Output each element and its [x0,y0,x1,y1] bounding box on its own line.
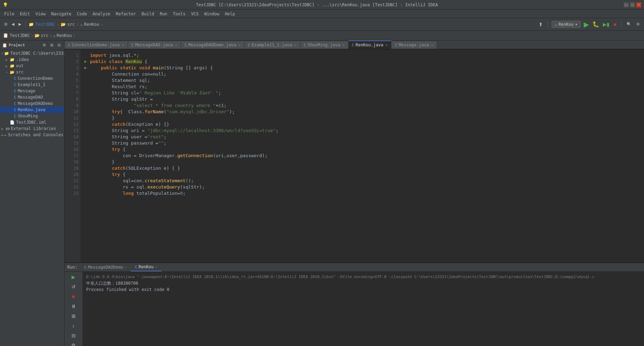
tab-message[interactable]: C Message.java × [391,41,437,49]
tab-close-connectiondemo[interactable]: × [122,43,124,47]
menu-view[interactable]: View [33,10,48,18]
search-everywhere-icon[interactable]: 🔍 [625,21,633,27]
run-label: Run: [65,263,80,271]
project-icon: 📁 [4,51,9,56]
breadcrumb-file[interactable]: RenKou [84,22,99,27]
sidebar-header: 📋 Project ⚙ ⊞ ⊟ [0,40,64,50]
tab-label-messagedao: MessageDAO.java [135,43,173,47]
menu-refactor[interactable]: Refactor [113,10,139,18]
run-side-fold-btn[interactable]: ⊟ [70,332,77,339]
code-content[interactable]: import java.sql.*; ▶ public class RenKou… [80,49,644,262]
run-side-settings-btn[interactable]: ⚙ [70,341,77,346]
tab-messagedao[interactable]: C MessageDAO.java × [128,41,181,49]
nav-src[interactable]: src [41,33,48,38]
sidebar-label-iml: TestJDBC.iml [16,120,46,125]
tab-shouming[interactable]: C ShouMing.java × [300,41,349,49]
settings-icon[interactable]: ⚙ [635,21,641,27]
sidebar-collapse-btn[interactable]: ⊟ [56,42,62,48]
bottom-tab-close-msgdaodemo[interactable]: × [125,266,127,269]
run-config-dropdown-icon: ▾ [575,22,577,27]
menu-file[interactable]: File [1,10,17,18]
stop-button[interactable]: ■ [612,21,618,28]
sidebar-item-renkou[interactable]: ▶ C RenKou.java [0,107,64,113]
maximize-button[interactable]: □ [630,2,635,7]
run-sidebar: ▶ ↺ ■ ⏸ ⊞ ↕ ⊟ ⚙ 🗑 [65,272,83,346]
sidebar-settings-btn[interactable]: ⚙ [41,42,47,48]
tab-close-messagedaodemo[interactable]: × [238,43,241,47]
menu-vcs[interactable]: VCS [188,10,202,18]
run-side-stop-btn[interactable]: ■ [71,293,76,300]
out-folder-icon: 📁 [10,64,15,68]
arrow-scratches: ▶ [1,133,3,137]
breadcrumb-project[interactable]: TestJDBC [35,22,55,27]
tab-label-message: Message.java [399,43,429,47]
bottom-tab-icon-renkou: C [135,265,137,269]
run-side-pause-btn[interactable]: ⏸ [70,302,77,310]
bottom-tab-renkou[interactable]: C RenKou × [131,263,161,271]
bottom-tab-close-renkou[interactable]: × [155,265,157,269]
breadcrumb-src[interactable]: src [67,22,75,27]
menu-analyze[interactable]: Analyze [90,10,113,18]
sidebar-item-testjdbc[interactable]: ▾ 📁 TestJDBC C:\Users\23321 [0,50,64,56]
sidebar-label-extlibs: External Libraries [11,126,56,131]
bottom-tab-messagedaodemo[interactable]: C MessageDAODemo × [80,263,131,271]
tab-close-shouming[interactable]: × [342,43,345,47]
tab-icon-connectiondemo: C [68,43,70,47]
sidebar-item-out[interactable]: ▶ 📁 out [0,63,64,69]
code-text-5: Statement sql; [90,77,150,84]
menu-edit[interactable]: Edit [17,10,33,18]
toolbar-db-icon[interactable]: ⊞ [3,21,9,27]
debug-button[interactable]: 🐛 [592,20,600,28]
run-with-coverage-button[interactable]: ▶▮ [602,21,610,28]
menu-run[interactable]: Run [157,10,170,18]
tab-messagedaodemo[interactable]: C MessageDAODemo.java × [181,41,245,49]
nav-renkou[interactable]: RenKou [57,33,72,38]
minimize-button[interactable]: — [624,2,629,7]
tab-close-renkou[interactable]: × [385,43,388,47]
run-side-rerun-btn[interactable]: ↺ [70,283,77,291]
menu-code[interactable]: Code [74,10,90,18]
code-text-12: catch(Exception e) {} [90,121,169,128]
output-cmd-line: D:\jdk-9.0.4\bin\java "-javaagent:D:\Int… [86,274,641,280]
sidebar-item-example11[interactable]: ▶ C Example11_1 [0,82,64,88]
tab-example11[interactable]: C Example11_1.java × [245,41,300,49]
tab-close-message[interactable]: × [431,43,434,47]
run-side-scroll-btn[interactable]: ↕ [71,322,76,330]
sidebar-item-messagedao[interactable]: ▶ C MessageDAO [0,94,64,100]
sidebar-item-src[interactable]: ▾ 📂 src [0,69,64,75]
sidebar-item-scratches[interactable]: ▶ ✏ Scratches and Consoles [0,132,64,138]
run-side-filter-btn[interactable]: ⊞ [70,312,77,320]
sidebar-item-message[interactable]: ▶ C Message [0,88,64,94]
code-text-2: public class RenKou { [90,59,147,65]
tab-renkou[interactable]: C RenKou.java × [349,40,392,49]
sidebar-item-connectiondemo[interactable]: ▶ C ConnectionDemo [0,75,64,82]
sidebar-item-messagedaodemo[interactable]: ▶ C MessageDAODemo [0,100,64,107]
run-controls: ⬆ ☕ RenKou ▾ ▶ 🐛 ▶▮ ■ 🔍 ⚙ [537,20,641,29]
run-side-play-btn[interactable]: ▶ [70,273,76,281]
code-editor[interactable]: 12345 678910 1112131415 1617181920 21222… [65,49,644,262]
tab-close-example11[interactable]: × [294,43,297,47]
code-line-5: Statement sql; [84,77,644,84]
run-button[interactable]: ▶ [583,20,590,29]
code-line-6: ResultSet rs; [84,84,644,90]
toolbar-forward-icon[interactable]: ▶ [17,21,23,27]
tab-connectiondemo[interactable]: C ConnectionDemo.java × [65,41,128,49]
tab-close-messagedao[interactable]: × [175,43,178,47]
toolbar-back-icon[interactable]: ◀ [10,21,16,27]
menu-navigate[interactable]: Navigate [48,10,74,18]
menu-build[interactable]: Build [139,10,157,18]
menu-window[interactable]: Window [201,10,222,18]
run-config-selector[interactable]: ☕ RenKou ▾ [552,21,581,28]
sidebar-item-extlibs[interactable]: ▶ 🗃 External Libraries [0,125,64,132]
sidebar-expand-btn[interactable]: ⊞ [49,42,55,48]
sidebar-item-idea[interactable]: ▶ 📁 .idea [0,56,64,63]
toolbar-update-icon[interactable]: ⬆ [537,21,544,28]
code-line-21: sql=con.createStatement(); [84,178,644,184]
sidebar-item-iml[interactable]: ▶ 📄 TestJDBC.iml [0,119,64,125]
close-button[interactable]: × [636,2,641,7]
code-line-18: } [84,159,644,165]
sidebar-item-shouming[interactable]: ▶ C ShouMing [0,113,64,119]
menu-tools[interactable]: Tools [170,10,188,18]
nav-testjdbc[interactable]: TestJDBC [10,33,30,38]
menu-help[interactable]: Help [222,10,238,18]
